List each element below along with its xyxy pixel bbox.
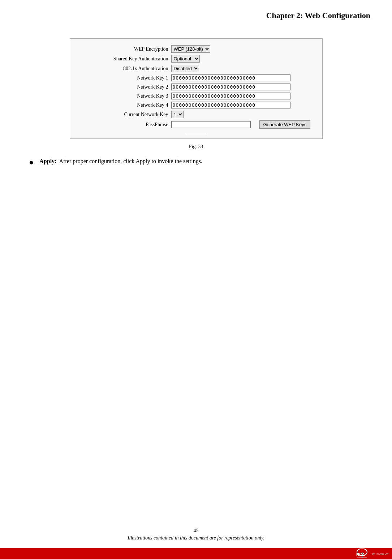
rca-logo: RCA by THOMSON	[353, 549, 388, 559]
shared-key-auth-control: Optional Required Disabled	[171, 55, 200, 63]
network-key3-row: Network Key 3	[77, 93, 315, 99]
auth-8021x-label: 802.1x Authentication	[77, 66, 171, 72]
wep-encryption-control: WEP (128-bit) WEP (64-bit) Disabled	[171, 45, 210, 53]
network-key4-row: Network Key 4	[77, 102, 315, 108]
current-network-key-row: Current Network Key 1 2 3 4	[77, 111, 315, 118]
wep-encryption-row: WEP Encryption WEP (128-bit) WEP (64-bit…	[77, 45, 315, 53]
generate-wep-keys-button[interactable]: Generate WEP Keys	[259, 120, 311, 129]
network-key1-label: Network Key 1	[77, 75, 171, 81]
network-key2-input[interactable]	[171, 84, 290, 90]
svg-text:RCA: RCA	[356, 552, 365, 556]
network-key3-label: Network Key 3	[77, 93, 171, 99]
current-network-key-select[interactable]: 1 2 3 4	[171, 111, 184, 118]
wep-encryption-label: WEP Encryption	[77, 46, 171, 52]
network-key2-label: Network Key 2	[77, 84, 171, 90]
rca-logo-icon: RCA	[353, 549, 371, 559]
network-key1-row: Network Key 1	[77, 74, 315, 81]
shared-key-auth-label: Shared Key Authentication	[77, 56, 171, 62]
bullet-section: ● Apply: After proper configuration, cli…	[29, 157, 363, 168]
passphrase-row: PassPhrase Generate WEP Keys	[77, 120, 315, 129]
bullet-description: After proper configuration, click Apply …	[59, 158, 202, 164]
passphrase-label: PassPhrase	[77, 122, 171, 128]
network-key2-control	[171, 84, 290, 90]
passphrase-control: Generate WEP Keys	[171, 120, 311, 129]
page-footer: 45 Illustrations contained in this docum…	[0, 528, 392, 541]
divider-line	[185, 134, 207, 134]
fig-caption: Fig. 33	[29, 144, 363, 150]
config-box: WEP Encryption WEP (128-bit) WEP (64-bit…	[70, 38, 323, 139]
network-key4-label: Network Key 4	[77, 102, 171, 108]
passphrase-input[interactable]	[171, 121, 251, 128]
network-key4-control	[171, 102, 290, 108]
bullet-icon: ●	[29, 156, 34, 168]
wep-encryption-select[interactable]: WEP (128-bit) WEP (64-bit) Disabled	[171, 45, 210, 53]
shared-key-auth-select[interactable]: Optional Required Disabled	[171, 55, 200, 63]
shared-key-auth-row: Shared Key Authentication Optional Requi…	[77, 55, 315, 63]
chapter-title: Chapter 2: Web Configuration	[266, 11, 370, 20]
network-key2-row: Network Key 2	[77, 84, 315, 90]
footer-bar: RCA by THOMSON	[0, 548, 392, 559]
page-number: 45	[0, 528, 392, 534]
auth-8021x-select[interactable]: Disabled Enabled	[171, 65, 199, 72]
by-thomson-text: by THOMSON	[372, 552, 388, 555]
network-key3-input[interactable]	[171, 93, 290, 99]
page-title: Chapter 2: Web Configuration	[0, 0, 392, 27]
auth-8021x-control: Disabled Enabled	[171, 65, 199, 72]
network-key1-input[interactable]	[171, 74, 290, 81]
current-network-key-control: 1 2 3 4	[171, 111, 184, 118]
network-key4-input[interactable]	[171, 102, 290, 108]
bullet-label: Apply:	[39, 158, 56, 164]
bullet-text: Apply: After proper configuration, click…	[39, 157, 202, 166]
auth-8021x-row: 802.1x Authentication Disabled Enabled	[77, 65, 315, 72]
main-content: WEP Encryption WEP (128-bit) WEP (64-bit…	[0, 27, 392, 190]
footer-disclaimer: Illustrations contained in this document…	[0, 535, 392, 541]
network-key1-control	[171, 74, 290, 81]
current-network-key-label: Current Network Key	[77, 112, 171, 118]
network-key3-control	[171, 93, 290, 99]
